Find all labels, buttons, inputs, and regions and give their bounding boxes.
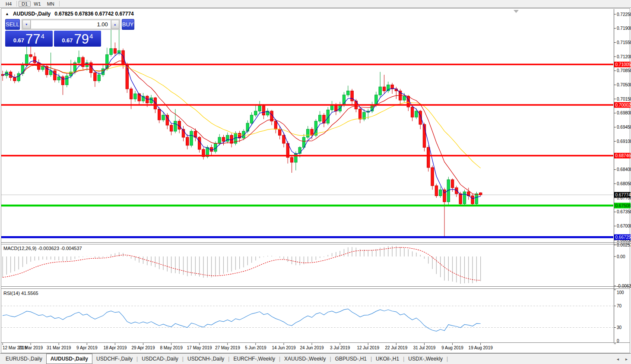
- svg-text:8 May 2019: 8 May 2019: [160, 345, 183, 350]
- tab-usdchf-daily[interactable]: USDCHF-,Daily: [92, 354, 136, 364]
- sell-price-prefix: 0.67: [13, 37, 24, 44]
- svg-text:0.72250: 0.72250: [617, 12, 631, 17]
- tab-eurchf-weekly[interactable]: EURCHF-,Weekly: [229, 354, 279, 364]
- rsi-indicator-label: RSI(14) 41.5565: [3, 291, 38, 296]
- svg-text:0.67350: 0.67350: [617, 209, 631, 214]
- svg-text:100: 100: [617, 290, 624, 295]
- buy-price-point: 4: [89, 32, 93, 40]
- svg-text:0.68400: 0.68400: [617, 167, 631, 172]
- svg-text:12 Jul 2019: 12 Jul 2019: [357, 345, 379, 350]
- sell-price-pips: 77: [25, 33, 40, 45]
- svg-text:0.70150: 0.70150: [617, 97, 631, 101]
- tab-usdcnh-daily[interactable]: USDCNH-,Daily: [184, 354, 228, 364]
- svg-text:0.69800: 0.69800: [617, 111, 631, 115]
- svg-text:0.67000: 0.67000: [617, 224, 631, 228]
- svg-text:0.67774: 0.67774: [615, 193, 631, 197]
- svg-text:31 Mar 2019: 31 Mar 2019: [47, 345, 71, 350]
- sell-price-display[interactable]: 0.67 77 4: [5, 31, 53, 47]
- tab-usdcad-daily[interactable]: USDCAD-,Daily: [138, 354, 182, 364]
- collapse-panel-icon[interactable]: ▲: [5, 12, 9, 16]
- one-click-trading-panel: SELL ▼ ▲ BUY 0.67 77 4 0.67 79 4: [5, 19, 101, 47]
- svg-text:31 Jul 2019: 31 Jul 2019: [413, 345, 436, 350]
- sell-price-point: 4: [41, 32, 44, 40]
- svg-text:29 Apr 2019: 29 Apr 2019: [132, 345, 155, 350]
- svg-text:30: 30: [617, 325, 622, 330]
- svg-text:24 Jun 2019: 24 Jun 2019: [300, 345, 324, 350]
- svg-text:27 May 2019: 27 May 2019: [215, 345, 240, 350]
- svg-text:17 May 2019: 17 May 2019: [187, 345, 212, 350]
- buy-price-prefix: 0.67: [62, 37, 73, 44]
- svg-text:22 Jul 2019: 22 Jul 2019: [385, 345, 408, 350]
- svg-text:0.71900: 0.71900: [617, 26, 631, 31]
- buy-price-pips: 79: [74, 33, 89, 45]
- svg-text:0.71005: 0.71005: [615, 62, 631, 67]
- chart-tab-bar: EURUSD-,DailyAUDUSD-,DailyUSDCHF-,Daily|…: [0, 353, 631, 364]
- svg-text:0.002574: 0.002574: [617, 243, 631, 247]
- svg-text:0: 0: [617, 339, 619, 343]
- svg-text:0.69450: 0.69450: [617, 125, 631, 130]
- svg-text:0.68050: 0.68050: [617, 181, 631, 186]
- volume-stepper: ▼ ▲: [22, 19, 120, 30]
- volume-input[interactable]: [31, 20, 111, 29]
- svg-text:3 Jul 2019: 3 Jul 2019: [330, 345, 350, 350]
- mt4-window: H4 D1 W1 MN 0.722500.719000.715500.71200…: [0, 0, 631, 364]
- svg-text:5 Jun 2019: 5 Jun 2019: [245, 345, 266, 350]
- svg-text:0.70500: 0.70500: [617, 82, 631, 87]
- buy-price-display[interactable]: 0.67 79 4: [54, 31, 101, 47]
- tab-audusd-daily[interactable]: AUDUSD-,Daily: [46, 354, 92, 364]
- svg-text:19 Aug 2019: 19 Aug 2019: [469, 345, 493, 350]
- tab-usdx-weekly[interactable]: USDX-,Weekly: [404, 354, 447, 364]
- tab-xauusd-weekly[interactable]: XAUUSD-,Weekly: [280, 354, 330, 364]
- svg-text:0.67508: 0.67508: [615, 203, 631, 208]
- tab-eurusd-daily[interactable]: EURUSD-,Daily: [2, 354, 46, 364]
- buy-button[interactable]: BUY: [122, 19, 134, 30]
- tab-ukoil-h1[interactable]: UKOil-,H1: [372, 354, 403, 364]
- svg-text:0.00: 0.00: [617, 254, 625, 259]
- svg-text:0.66725: 0.66725: [615, 235, 631, 240]
- chart-title: ▲ AUDUSD-,Daily 0.67825 0.67836 0.67742 …: [5, 11, 134, 17]
- svg-text:21 Mar 2019: 21 Mar 2019: [19, 345, 43, 350]
- tabs-scroll-left-icon[interactable]: ◂: [617, 357, 619, 361]
- svg-text:-0.006326: -0.006326: [617, 284, 631, 288]
- svg-text:0.71200: 0.71200: [617, 54, 631, 59]
- svg-text:14 Jun 2019: 14 Jun 2019: [272, 345, 295, 350]
- svg-text:0.69100: 0.69100: [617, 139, 631, 144]
- svg-text:0.68746: 0.68746: [615, 153, 631, 158]
- svg-text:0.70002: 0.70002: [615, 103, 631, 108]
- tab-gbpusd-h1[interactable]: GBPUSD-,H1: [331, 354, 371, 364]
- volume-increase-button[interactable]: ▲: [111, 20, 119, 29]
- tab-separator: |: [447, 356, 448, 362]
- volume-decrease-button[interactable]: ▼: [22, 20, 31, 29]
- svg-text:9 Apr 2019: 9 Apr 2019: [76, 345, 98, 350]
- price-chart[interactable]: 0.722500.719000.715500.712000.708500.705…: [0, 0, 631, 354]
- svg-text:9 Aug 2019: 9 Aug 2019: [441, 345, 463, 350]
- svg-text:70: 70: [617, 304, 622, 308]
- macd-indicator-label: MACD(12,26,9) -0.003623 -0.004537: [3, 246, 82, 251]
- svg-text:0.70850: 0.70850: [617, 68, 631, 73]
- tabs-scroll-right-icon[interactable]: ▸: [625, 357, 628, 361]
- svg-text:0.71550: 0.71550: [617, 40, 631, 45]
- chart-symbol-label: AUDUSD-,Daily: [13, 11, 51, 17]
- sell-button[interactable]: SELL: [5, 19, 20, 30]
- svg-text:18 Apr 2019: 18 Apr 2019: [103, 345, 127, 350]
- chart-ohlc-label: 0.67825 0.67836 0.67742 0.67774: [54, 11, 134, 17]
